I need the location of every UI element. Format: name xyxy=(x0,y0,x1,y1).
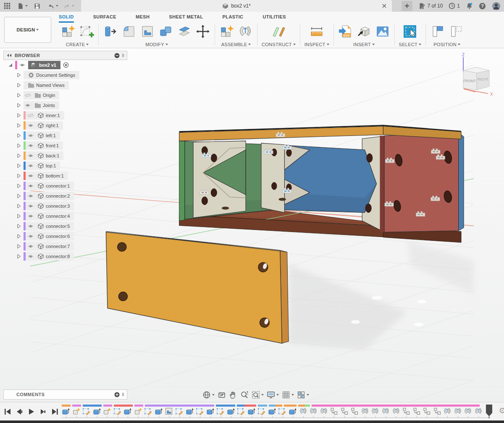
timeline-feature-joint[interactable] xyxy=(381,407,392,415)
expand-arrow-icon[interactable] xyxy=(16,234,22,239)
tab-surface[interactable]: SURFACE xyxy=(93,14,116,23)
visibility-eye-hidden-icon[interactable] xyxy=(24,93,31,98)
save-icon[interactable] xyxy=(34,0,41,12)
timeline-feature-asbuilt[interactable] xyxy=(423,407,433,415)
timeline-feature-extrude[interactable] xyxy=(123,407,134,415)
timeline-feature-sketch[interactable] xyxy=(237,407,247,415)
canvas-button[interactable] xyxy=(375,24,390,39)
browser-item-pill[interactable]: Origin xyxy=(24,91,59,99)
construct-plane-button[interactable] xyxy=(271,24,286,39)
visibility-eye-icon[interactable] xyxy=(27,224,34,229)
expand-arrow-icon[interactable] xyxy=(16,244,22,249)
insert-mesh-button[interactable] xyxy=(357,24,372,39)
browser-item-connector-5[interactable]: connector:5 xyxy=(3,221,127,231)
panel-resize-handle[interactable]: ‖ xyxy=(122,392,124,397)
redo-icon[interactable] xyxy=(63,0,74,12)
visibility-eye-icon[interactable] xyxy=(19,63,26,68)
timeline-feature-sketch[interactable] xyxy=(278,407,289,415)
file-menu-icon[interactable] xyxy=(17,0,28,12)
browser-item-origin[interactable]: Origin xyxy=(3,90,127,100)
fit-button[interactable] xyxy=(252,391,264,399)
timeline-feature-extrude[interactable] xyxy=(186,407,196,415)
go-to-end-button[interactable] xyxy=(50,407,59,417)
move-button[interactable] xyxy=(195,24,210,39)
step-forward-button[interactable] xyxy=(39,407,47,417)
close-tab-icon[interactable] xyxy=(382,0,387,12)
browser-item-pill[interactable]: connector:6 xyxy=(24,232,74,240)
timeline-feature-component[interactable] xyxy=(72,407,83,415)
expand-arrow-icon[interactable] xyxy=(16,163,22,168)
timeline-feature-asbuilt[interactable] xyxy=(402,407,412,415)
browser-item-pill[interactable]: connector:7 xyxy=(24,242,74,251)
expand-arrow-icon[interactable] xyxy=(16,193,22,198)
expand-arrow-icon[interactable] xyxy=(16,123,22,128)
expand-arrow-icon[interactable] xyxy=(16,83,22,88)
browser-item-joints[interactable]: Joints xyxy=(3,100,127,110)
timeline-feature-asbuilt[interactable] xyxy=(340,407,351,415)
browser-item-bottom-1[interactable]: bottom:1 xyxy=(3,171,127,181)
timeline-feature-sketch[interactable] xyxy=(144,407,155,415)
view-cube[interactable]: Z X FRONT RIGHT xyxy=(458,53,496,98)
browser-item-named-views[interactable]: Named Views xyxy=(3,80,127,90)
timeline-feature-joint[interactable] xyxy=(371,407,381,415)
timeline-feature-extrude[interactable] xyxy=(206,407,217,415)
timeline-feature-sketch[interactable] xyxy=(257,407,268,415)
group-label-insert[interactable]: INSERT xyxy=(353,42,375,47)
lone-top-panel[interactable] xyxy=(106,231,289,343)
timeline-feature-asbuilt[interactable] xyxy=(350,407,361,415)
timeline-feature-component[interactable] xyxy=(134,407,144,415)
timeline-feature-extrude[interactable] xyxy=(62,407,72,415)
tab-solid[interactable]: SOLID xyxy=(59,14,74,23)
workspace-switcher-design[interactable]: DESIGN xyxy=(4,17,51,43)
panel-front-face[interactable] xyxy=(106,232,282,343)
box-assembly[interactable] xyxy=(179,125,464,243)
expand-comments-icon[interactable] xyxy=(114,392,120,397)
look-at-button[interactable] xyxy=(218,391,226,399)
timeline-feature-joint[interactable] xyxy=(299,407,310,415)
visibility-eye-icon[interactable] xyxy=(27,244,34,249)
measure-button[interactable] xyxy=(309,24,324,39)
new-component-button[interactable] xyxy=(60,24,76,39)
visibility-eye-icon[interactable] xyxy=(27,143,34,148)
browser-item-pill[interactable]: connector:3 xyxy=(24,202,74,210)
combine-button[interactable] xyxy=(158,24,173,39)
visibility-eye-icon[interactable] xyxy=(27,254,34,259)
panel-minimize-icon[interactable] xyxy=(114,53,120,58)
timeline-feature-asbuilt[interactable] xyxy=(412,407,423,415)
select-button[interactable] xyxy=(402,24,417,39)
timeline-feature-joint[interactable] xyxy=(454,407,464,415)
browser-item-front-1[interactable]: front:1 xyxy=(3,141,127,151)
new-tab-button[interactable] xyxy=(402,1,412,11)
tab-mesh[interactable]: MESH xyxy=(136,14,150,23)
expand-arrow-icon[interactable] xyxy=(16,214,22,219)
timeline-feature-sketch[interactable] xyxy=(113,407,124,415)
visibility-eye-icon[interactable] xyxy=(27,234,34,239)
group-label-inspect[interactable]: INSPECT xyxy=(304,42,329,47)
browser-item-pill[interactable]: bottom:1 xyxy=(24,172,68,180)
browser-item-pill[interactable]: Named Views xyxy=(24,81,69,89)
browser-item-left-1[interactable]: left:1 xyxy=(3,131,127,141)
timeline-settings-gear-icon[interactable]: ⚙ xyxy=(499,406,504,415)
help-icon[interactable] xyxy=(479,0,486,12)
timeline-feature-extrude[interactable] xyxy=(268,407,278,415)
expand-arrow-icon[interactable] xyxy=(16,183,22,188)
group-label-construct[interactable]: CONSTRUCT xyxy=(262,42,296,47)
browser-item-connector-1[interactable]: connector:1 xyxy=(3,181,127,191)
activate-component-radio[interactable] xyxy=(63,62,69,68)
browser-item-back-1[interactable]: back:1 xyxy=(3,151,127,161)
browser-item-pill[interactable]: connector:1 xyxy=(24,182,74,190)
component-back-panel-edge[interactable] xyxy=(380,136,384,233)
component-back-red-panel[interactable] xyxy=(384,133,459,232)
timeline-feature-sketch[interactable] xyxy=(216,407,227,415)
expand-arrow-icon[interactable] xyxy=(8,63,13,68)
app-grid-icon[interactable] xyxy=(3,0,11,12)
browser-item-pill[interactable]: back:1 xyxy=(24,151,63,160)
visibility-eye-icon[interactable] xyxy=(27,173,34,178)
job-status-clock[interactable]: 1 xyxy=(449,0,460,12)
group-label-position[interactable]: POSITION xyxy=(433,42,460,47)
expand-arrow-icon[interactable] xyxy=(16,133,22,138)
collapse-panel-icon[interactable] xyxy=(6,53,12,57)
expand-arrow-icon[interactable] xyxy=(16,204,22,209)
expand-arrow-icon[interactable] xyxy=(16,173,22,178)
visibility-eye-icon[interactable] xyxy=(24,103,31,108)
